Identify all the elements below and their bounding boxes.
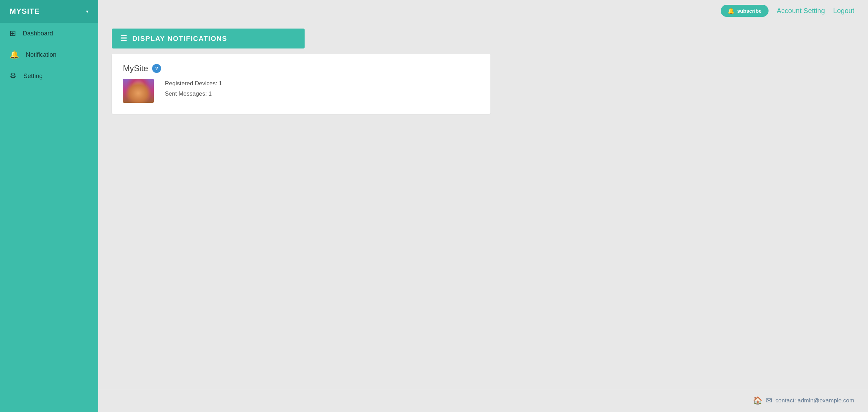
topbar: 🔔 subscribe Account Setting Logout xyxy=(98,0,868,22)
sidebar-item-label: Dashboard xyxy=(23,30,53,37)
registered-devices-label: Registered Devices: xyxy=(165,80,217,87)
bell-icon: 🔔 xyxy=(10,50,19,59)
chevron-down-icon: ▾ xyxy=(86,9,88,14)
sent-messages-value: 1 xyxy=(209,90,212,97)
avatar-image xyxy=(123,79,154,103)
sent-messages-label: Sent Messages: xyxy=(165,90,207,97)
site-stats: Registered Devices: 1 Sent Messages: 1 xyxy=(165,79,222,97)
display-notifications-label: DISPLAY NOTIFICATIONS xyxy=(133,35,227,43)
home-icon: 🏠 xyxy=(753,396,762,405)
list-icon: ☰ xyxy=(120,34,128,43)
mail-icon: ✉ xyxy=(766,396,772,405)
registered-devices-value: 1 xyxy=(219,80,222,87)
sidebar-item-notification[interactable]: 🔔 Notification xyxy=(0,44,98,65)
site-avatar xyxy=(123,79,154,103)
account-setting-link[interactable]: Account Setting xyxy=(777,7,825,15)
help-icon[interactable]: ? xyxy=(152,64,161,73)
content-area: ☰ DISPLAY NOTIFICATIONS MySite ? Registe… xyxy=(98,22,868,389)
sidebar-item-label: Setting xyxy=(23,73,43,80)
sidebar-item-label: Notification xyxy=(26,51,56,58)
sidebar: MYSITE ▾ ⊞ Dashboard 🔔 Notification ⚙ Se… xyxy=(0,0,98,412)
subscribe-button[interactable]: 🔔 subscribe xyxy=(721,5,769,17)
footer-contact: contact: admin@example.com xyxy=(775,397,854,404)
sidebar-item-dashboard[interactable]: ⊞ Dashboard xyxy=(0,23,98,44)
registered-devices-row: Registered Devices: 1 xyxy=(165,80,222,87)
bell-icon: 🔔 xyxy=(728,8,734,14)
notification-card: MySite ? Registered Devices: 1 Sent Mess… xyxy=(112,54,490,114)
site-details: Registered Devices: 1 Sent Messages: 1 xyxy=(123,79,479,103)
site-name-label: MySite xyxy=(123,64,148,73)
footer: 🏠 ✉ contact: admin@example.com xyxy=(98,389,868,412)
logout-link[interactable]: Logout xyxy=(833,7,854,15)
sent-messages-row: Sent Messages: 1 xyxy=(165,90,222,97)
subscribe-label: subscribe xyxy=(737,8,762,14)
site-name-row: MySite ? xyxy=(123,64,479,73)
main-panel: 🔔 subscribe Account Setting Logout ☰ DIS… xyxy=(98,0,868,412)
sidebar-title: MYSITE xyxy=(10,7,40,16)
sidebar-header[interactable]: MYSITE ▾ xyxy=(0,0,98,23)
display-notifications-header: ☰ DISPLAY NOTIFICATIONS xyxy=(112,29,305,48)
sidebar-item-setting[interactable]: ⚙ Setting xyxy=(0,65,98,87)
dashboard-icon: ⊞ xyxy=(10,29,16,38)
gear-icon: ⚙ xyxy=(10,72,17,80)
